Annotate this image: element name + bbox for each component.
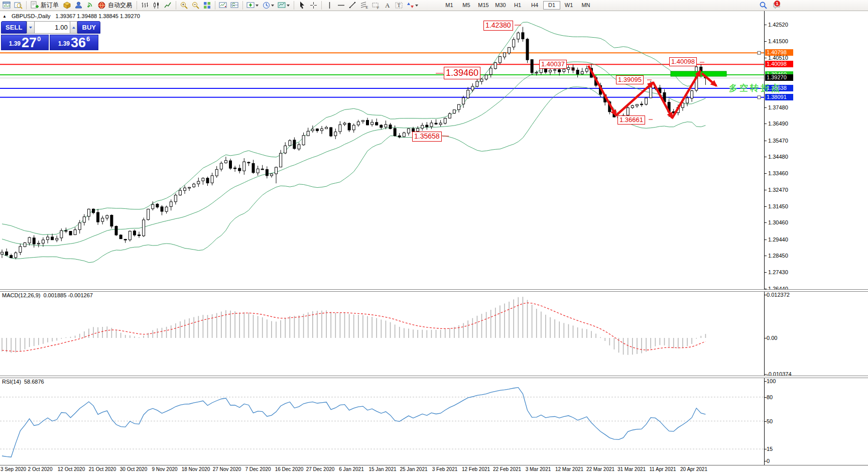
text-label-icon[interactable]: T	[393, 1, 405, 10]
timeframe-H1[interactable]: H1	[509, 1, 526, 10]
price-axis-tick-dash	[764, 240, 767, 240]
price-annotation-label[interactable]: 1.40037	[539, 60, 567, 69]
trend-arrow[interactable]	[588, 66, 616, 115]
price-annotation-label[interactable]: 1.35658	[412, 132, 442, 142]
period-clock-icon[interactable]	[261, 1, 272, 10]
price-annotation-label[interactable]: 1.36661	[617, 115, 645, 125]
sell-price[interactable]: 1.39270	[1, 35, 49, 50]
candle-body	[394, 129, 396, 136]
auto-trading-icon[interactable]	[96, 1, 107, 10]
main-chart-canvas[interactable]	[0, 11, 764, 289]
indicator-list-icon[interactable]	[229, 1, 240, 10]
line-selection-handle[interactable]	[758, 51, 761, 54]
candle-body	[567, 68, 570, 70]
signal-icon[interactable]	[84, 1, 96, 10]
timeframe-M1[interactable]: M1	[441, 1, 458, 10]
price-annotation-label[interactable]: 1.39095	[616, 75, 644, 84]
auto-trading-label[interactable]: 自动交易	[108, 1, 132, 10]
bar-chart-icon[interactable]	[139, 1, 151, 10]
buy-button[interactable]: BUY	[77, 21, 100, 34]
zoom-out-icon[interactable]	[190, 1, 201, 10]
price-annotation-label[interactable]: 1.42380	[483, 21, 513, 31]
volume-increase-button[interactable]	[70, 21, 78, 34]
panel-divider[interactable]	[0, 289, 868, 292]
candle-body	[489, 68, 492, 75]
date-axis-label: 16 Dec 2020	[275, 466, 304, 472]
candle-body	[403, 133, 405, 137]
timeframe-W1[interactable]: W1	[560, 1, 577, 10]
candle-body	[558, 70, 561, 72]
shapes-icon[interactable]	[405, 1, 416, 10]
period-clock-dropdown-arrow[interactable]	[271, 5, 274, 7]
candle-body	[133, 231, 136, 235]
candle-body	[339, 125, 341, 132]
shapes-dropdown-arrow[interactable]	[415, 5, 418, 7]
timeframe-M15[interactable]: M15	[475, 1, 492, 10]
new-chart-icon[interactable]	[1, 1, 13, 10]
line-chart-icon[interactable]	[162, 1, 174, 10]
volume-decrease-button[interactable]	[27, 21, 35, 34]
add-indicator-dropdown-arrow[interactable]	[256, 5, 259, 7]
tile-windows-icon[interactable]	[201, 1, 213, 10]
svg-text:T: T	[398, 3, 401, 8]
candle-body	[10, 256, 13, 258]
trader-icon[interactable]	[73, 1, 84, 10]
price-axis-tick-dash	[764, 272, 767, 273]
channel-icon[interactable]: F	[370, 1, 382, 10]
timeframe-D1[interactable]: D1	[543, 1, 560, 10]
candle-body	[28, 238, 31, 243]
market-box-icon[interactable]	[61, 1, 73, 10]
timeframe-H4[interactable]: H4	[526, 1, 543, 10]
candle-body	[471, 86, 474, 90]
candle-body	[480, 79, 483, 81]
zoom-in-icon[interactable]	[178, 1, 190, 10]
price-axis-tick-dash	[764, 58, 767, 58]
price-annotation-label[interactable]: 1.40098	[669, 57, 697, 66]
candlestick-icon[interactable]	[151, 1, 162, 10]
new-order-label[interactable]: 新订单	[41, 1, 59, 10]
new-order-icon[interactable]	[29, 1, 40, 10]
timeframe-M30[interactable]: M30	[492, 1, 509, 10]
candle-body	[549, 70, 552, 72]
candle-body	[585, 69, 588, 71]
volume-input[interactable]: 1.00	[35, 21, 69, 34]
line-selection-handle[interactable]	[758, 96, 761, 99]
timeframe-M5[interactable]: M5	[458, 1, 475, 10]
candle-body	[124, 240, 127, 241]
search-icon[interactable]	[757, 1, 769, 10]
triangle-up-icon	[72, 27, 75, 29]
candle-body	[184, 188, 186, 190]
buy-price[interactable]: 1.39366	[50, 35, 98, 50]
macd-canvas[interactable]	[0, 291, 764, 376]
candle-body	[152, 204, 154, 209]
candle-body	[19, 247, 22, 253]
sell-button[interactable]: SELL	[1, 21, 27, 34]
candle-body	[334, 132, 337, 136]
vertical-line-icon[interactable]	[324, 1, 335, 10]
profiles-icon[interactable]	[13, 1, 24, 10]
rsi-canvas[interactable]	[0, 378, 764, 465]
timeframe-MN[interactable]: MN	[577, 1, 594, 10]
crosshair-icon[interactable]	[308, 1, 319, 10]
trend-arrow[interactable]	[653, 82, 672, 118]
candle-body	[348, 124, 350, 131]
chart-collapse-icon[interactable]: ▲	[3, 14, 7, 19]
price-annotation-label[interactable]: 1.39460	[444, 67, 480, 79]
template-dropdown-arrow[interactable]	[287, 5, 290, 7]
add-indicator-icon[interactable]	[245, 1, 257, 10]
horizontal-line-icon[interactable]	[335, 1, 347, 10]
template-icon[interactable]	[276, 1, 288, 10]
panel-divider[interactable]	[0, 376, 868, 378]
trendline-icon[interactable]	[347, 1, 358, 10]
indicator-window-icon[interactable]	[217, 1, 229, 10]
notification-count-badge[interactable]: 1	[774, 1, 780, 7]
candle-body	[650, 87, 652, 98]
candle-body	[215, 169, 218, 176]
date-axis-label: 22 Mar 2021	[586, 466, 614, 472]
cursor-icon[interactable]	[296, 1, 308, 10]
text-icon[interactable]: A	[382, 1, 393, 10]
price-axis-tick-dash	[764, 190, 767, 190]
fibonacci-icon[interactable]: E	[358, 1, 370, 10]
candle-body	[119, 235, 122, 239]
date-axis-label: 31 Mar 2021	[617, 466, 646, 472]
